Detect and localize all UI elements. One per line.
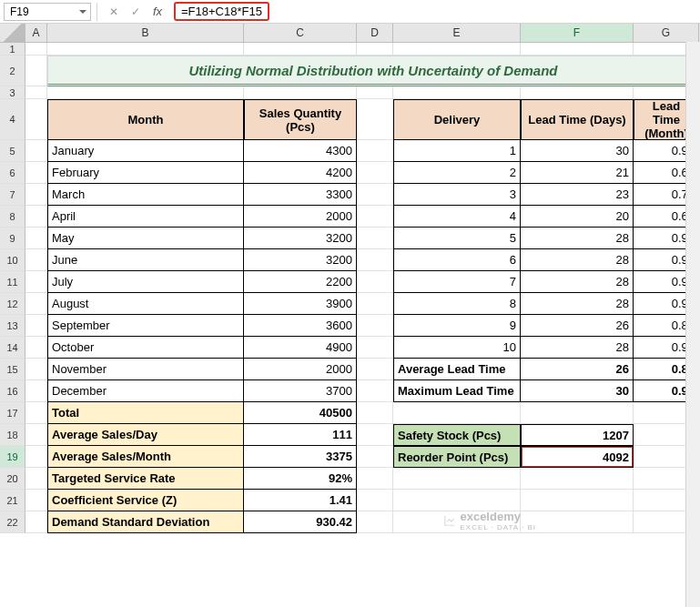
cell[interactable] xyxy=(25,99,47,140)
cell-lead-days[interactable]: 30 xyxy=(521,140,634,162)
total-value[interactable]: 3375 xyxy=(244,446,357,468)
cell-value[interactable]: 3600 xyxy=(244,315,357,337)
row-header[interactable]: 13 xyxy=(0,315,25,337)
header-delivery[interactable]: Delivery xyxy=(393,99,521,140)
cell-delivery[interactable]: 7 xyxy=(393,271,521,293)
row-header[interactable]: 7 xyxy=(0,184,25,206)
cell-value[interactable]: 3200 xyxy=(244,228,357,249)
col-header-a[interactable]: A xyxy=(25,24,47,42)
cell[interactable] xyxy=(521,490,634,511)
cell-lead-days[interactable]: 28 xyxy=(521,228,634,249)
cell[interactable] xyxy=(25,402,47,424)
cell[interactable] xyxy=(357,140,393,162)
select-all-corner[interactable] xyxy=(0,24,25,42)
cell[interactable] xyxy=(25,56,47,86)
col-header-d[interactable]: D xyxy=(357,24,393,42)
cell[interactable] xyxy=(357,424,393,446)
cancel-icon[interactable]: ✕ xyxy=(105,3,123,21)
row-header[interactable]: 1 xyxy=(0,43,25,56)
avg-lead-label[interactable]: Average Lead Time xyxy=(393,359,521,380)
cell[interactable] xyxy=(393,468,521,490)
cell-month[interactable]: December xyxy=(47,380,244,402)
col-header-e[interactable]: E xyxy=(393,24,521,42)
cell[interactable] xyxy=(357,249,393,271)
cell-delivery[interactable]: 3 xyxy=(393,184,521,206)
row-header[interactable]: 2 xyxy=(0,56,25,86)
total-label[interactable]: Average Sales/Day xyxy=(47,424,244,446)
cell[interactable] xyxy=(25,140,47,162)
cell[interactable] xyxy=(25,490,47,511)
cell-value[interactable]: 2200 xyxy=(244,271,357,293)
cell-month[interactable]: October xyxy=(47,337,244,359)
cell[interactable] xyxy=(393,490,521,511)
cell[interactable] xyxy=(25,162,47,184)
cell-lead-days[interactable]: 28 xyxy=(521,293,634,315)
row-header[interactable]: 4 xyxy=(0,99,25,140)
cell[interactable] xyxy=(357,162,393,184)
vertical-scrollbar[interactable] xyxy=(685,42,700,607)
cell-lead-days[interactable]: 26 xyxy=(521,315,634,337)
total-label[interactable]: Average Sales/Month xyxy=(47,446,244,468)
total-label[interactable]: Targeted Service Rate xyxy=(47,468,244,490)
row-header[interactable]: 18 xyxy=(0,424,25,446)
col-header-g[interactable]: G xyxy=(634,24,699,42)
cell[interactable] xyxy=(521,468,634,490)
cell[interactable] xyxy=(25,228,47,249)
cell[interactable] xyxy=(357,380,393,402)
cell-lead-days[interactable]: 28 xyxy=(521,249,634,271)
cell-value[interactable]: 3900 xyxy=(244,293,357,315)
cell[interactable] xyxy=(47,43,244,56)
cell[interactable] xyxy=(25,86,47,99)
cell[interactable] xyxy=(25,511,47,533)
confirm-icon[interactable]: ✓ xyxy=(127,3,145,21)
cell-month[interactable]: June xyxy=(47,249,244,271)
cell-delivery[interactable]: 1 xyxy=(393,140,521,162)
cell-value[interactable]: 3300 xyxy=(244,184,357,206)
cell-delivery[interactable]: 4 xyxy=(393,206,521,228)
row-header[interactable]: 15 xyxy=(0,359,25,380)
cell-month[interactable]: November xyxy=(47,359,244,380)
cell[interactable] xyxy=(521,43,634,56)
cell[interactable] xyxy=(521,86,634,99)
row-header[interactable]: 17 xyxy=(0,402,25,424)
reorder-point-value[interactable]: 4092 xyxy=(521,446,634,468)
cell[interactable] xyxy=(25,315,47,337)
cell[interactable] xyxy=(357,490,393,511)
cell-value[interactable]: 2000 xyxy=(244,359,357,380)
cell[interactable] xyxy=(357,271,393,293)
cell[interactable] xyxy=(357,315,393,337)
row-header[interactable]: 5 xyxy=(0,140,25,162)
row-header[interactable]: 12 xyxy=(0,293,25,315)
cell-value[interactable]: 4200 xyxy=(244,162,357,184)
col-header-c[interactable]: C xyxy=(244,24,357,42)
row-header[interactable]: 3 xyxy=(0,86,25,99)
total-value[interactable]: 930.42 xyxy=(244,511,357,533)
cell-delivery[interactable]: 9 xyxy=(393,315,521,337)
row-header[interactable]: 22 xyxy=(0,511,25,533)
cell-delivery[interactable]: 10 xyxy=(393,337,521,359)
cell[interactable] xyxy=(357,359,393,380)
row-header[interactable]: 6 xyxy=(0,162,25,184)
header-month[interactable]: Month xyxy=(47,99,244,140)
total-label[interactable]: Coefficient Service (Z) xyxy=(47,490,244,511)
cell-lead-days[interactable]: 28 xyxy=(521,337,634,359)
cell[interactable] xyxy=(357,511,393,533)
cell[interactable] xyxy=(521,402,634,424)
cell-lead-days[interactable]: 21 xyxy=(521,162,634,184)
total-value[interactable]: 111 xyxy=(244,424,357,446)
total-value[interactable]: 1.41 xyxy=(244,490,357,511)
cell[interactable] xyxy=(244,43,357,56)
cell-lead-days[interactable]: 23 xyxy=(521,184,634,206)
reorder-point-label[interactable]: Reorder Point (Pcs) xyxy=(393,446,521,468)
page-title[interactable]: Utilizing Normal Distribution with Uncer… xyxy=(47,56,699,86)
row-header[interactable]: 11 xyxy=(0,271,25,293)
cell-month[interactable]: August xyxy=(47,293,244,315)
cell[interactable] xyxy=(25,249,47,271)
cell-month[interactable]: April xyxy=(47,206,244,228)
cell[interactable] xyxy=(521,511,634,533)
cell[interactable] xyxy=(393,402,521,424)
cell-lead-days[interactable]: 20 xyxy=(521,206,634,228)
total-value[interactable]: 92% xyxy=(244,468,357,490)
cell[interactable] xyxy=(47,86,244,99)
avg-lead-days[interactable]: 26 xyxy=(521,359,634,380)
